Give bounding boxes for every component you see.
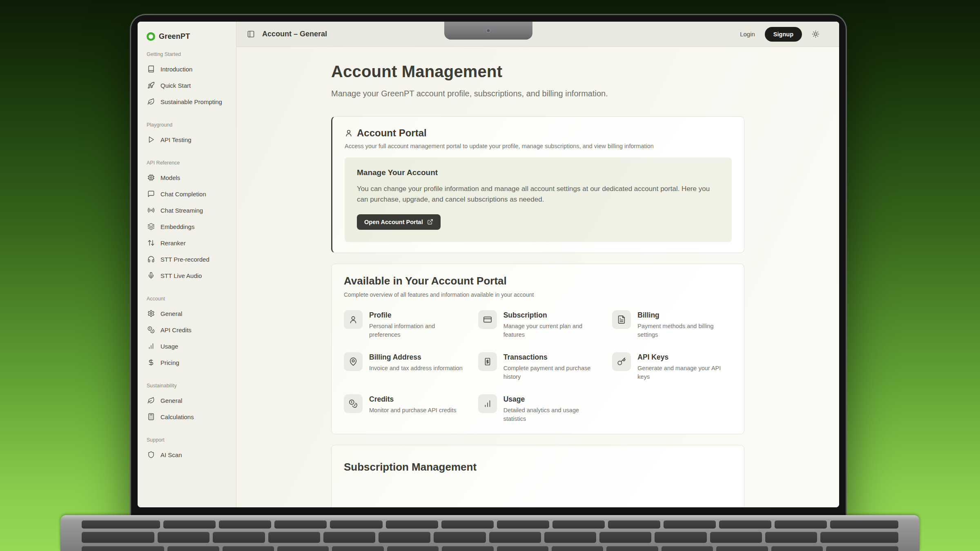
keyboard-key	[167, 546, 219, 551]
sidebar-item-chat-streaming[interactable]: Chat Streaming	[146, 202, 228, 218]
sidebar-item-label: Embeddings	[160, 223, 194, 230]
sidebar-item-label: Models	[160, 174, 180, 181]
sidebar-item-label: Calculations	[160, 413, 194, 420]
sidebar-item-label: Quick Start	[160, 82, 191, 89]
keyboard-key	[775, 520, 827, 529]
feature-title: Profile	[369, 311, 463, 320]
sidebar-item-sustainable-prompting[interactable]: Sustainable Prompting	[146, 93, 228, 110]
sidebar-item-general[interactable]: General	[146, 392, 228, 409]
bar-chart-icon	[147, 342, 155, 350]
keyboard-key	[489, 532, 541, 543]
map-pin-icon	[344, 352, 363, 371]
sidebar-item-stt-live-audio[interactable]: STT Live Audio	[146, 267, 228, 284]
keyboard-key	[765, 532, 817, 543]
subscription-management-card: Subscription Management	[331, 445, 744, 507]
keyboard-key	[330, 520, 382, 529]
laptop: GreenPT Getting StartedIntroductionQuick…	[130, 14, 847, 527]
brand-logo[interactable]: GreenPT	[147, 32, 228, 41]
coins-icon	[147, 326, 155, 333]
laptop-screen: GreenPT Getting StartedIntroductionQuick…	[138, 22, 839, 507]
sidebar-nav: Getting StartedIntroductionQuick StartSu…	[146, 51, 228, 463]
keyboard-key	[552, 520, 605, 529]
sidebar-item-introduction[interactable]: Introduction	[146, 61, 228, 77]
sidebar-section-title: Support	[147, 437, 227, 443]
keyboard-key	[323, 532, 375, 543]
sidebar-item-api-testing[interactable]: API Testing	[146, 131, 228, 148]
login-link[interactable]: Login	[740, 31, 755, 38]
audio-file-icon	[147, 256, 155, 263]
page-subtitle: Manage your GreenPT account profile, sub…	[331, 89, 744, 98]
chip-icon	[147, 174, 155, 181]
credit-card-icon	[478, 310, 497, 329]
keyboard-key	[662, 546, 713, 551]
topbar-title: Account – General	[262, 30, 327, 38]
page-content: Account Management Manage your GreenPT a…	[236, 47, 839, 507]
features-grid: ProfilePersonal information and preferen…	[344, 310, 732, 423]
play-icon	[147, 136, 155, 143]
features-card-title: Available in Your Account Portal	[344, 275, 732, 287]
sidebar-item-label: General	[160, 397, 182, 404]
chat-icon	[147, 190, 155, 198]
keyboard-keys	[60, 515, 920, 551]
topbar: Account – General Login Signup	[236, 22, 839, 47]
keyboard-key	[710, 532, 762, 543]
sidebar-item-embeddings[interactable]: Embeddings	[146, 218, 228, 235]
sidebar-item-label: Chat Streaming	[160, 207, 203, 214]
keyboard-key	[82, 520, 160, 529]
keyboard-key	[386, 520, 438, 529]
shield-icon	[147, 451, 155, 458]
sidebar-toggle-icon[interactable]	[247, 30, 255, 38]
brand-logo-icon	[147, 32, 155, 41]
sidebar-section-getting-started: Getting StartedIntroductionQuick StartSu…	[146, 51, 228, 110]
sidebar-item-api-credits[interactable]: API Credits	[146, 322, 228, 338]
receipt-icon	[478, 352, 497, 371]
feature-title: Credits	[369, 395, 457, 404]
account-portal-card: Account Portal Access your full account …	[331, 116, 744, 253]
signup-button[interactable]: Signup	[765, 27, 802, 42]
sidebar-item-models[interactable]: Models	[146, 169, 228, 186]
feature-description: Generate and manage your API keys	[637, 364, 732, 381]
sidebar-item-usage[interactable]: Usage	[146, 338, 228, 354]
open-account-portal-button[interactable]: Open Account Portal	[357, 214, 441, 230]
feature-subscription: SubscriptionManage your current plan and…	[478, 310, 598, 339]
main-column: Account – General Login Signup Account M…	[236, 22, 839, 507]
sidebar-item-general[interactable]: General	[146, 305, 228, 322]
sidebar-item-label: STT Pre-recorded	[160, 256, 209, 263]
keyboard-key	[213, 532, 265, 543]
feature-description: Monitor and purchase API credits	[369, 406, 457, 415]
sidebar-item-ai-scan[interactable]: AI Scan	[146, 447, 228, 463]
sidebar-item-quick-start[interactable]: Quick Start	[146, 77, 228, 93]
sidebar-section-sustainability: SustainabilityGeneralCalculations	[146, 383, 228, 425]
feature-billing: BillingPayment methods and billing setti…	[612, 310, 732, 339]
keyboard-key	[223, 546, 274, 551]
laptop-keyboard	[60, 515, 920, 551]
sidebar-item-label: Usage	[160, 343, 178, 350]
sidebar-item-reranker[interactable]: Reranker	[146, 235, 228, 251]
sidebar-item-chat-completion[interactable]: Chat Completion	[146, 186, 228, 202]
broadcast-icon	[147, 207, 155, 214]
sidebar-item-pricing[interactable]: Pricing	[146, 354, 228, 371]
keyboard-key	[599, 532, 651, 543]
sidebar-section-title: Getting Started	[147, 51, 227, 57]
sidebar-section-playground: PlaygroundAPI Testing	[146, 122, 228, 148]
keyboard-key	[82, 532, 154, 543]
keyboard-key	[655, 532, 706, 543]
leaf-icon	[147, 397, 155, 404]
sidebar-item-stt-pre-recorded[interactable]: STT Pre-recorded	[146, 251, 228, 267]
brand-name: GreenPT	[159, 32, 190, 41]
sidebar-section-title: Sustainability	[147, 383, 227, 389]
sidebar-section-title: Playground	[147, 122, 227, 128]
sidebar-section-account: AccountGeneralAPI CreditsUsagePricing	[146, 296, 228, 371]
sidebar-item-label: Pricing	[160, 359, 179, 366]
sidebar-section-api-reference: API ReferenceModelsChat CompletionChat S…	[146, 160, 228, 284]
sidebar-item-calculations[interactable]: Calculations	[146, 409, 228, 425]
feature-title: Usage	[503, 395, 598, 404]
sidebar-section-title: Account	[147, 296, 227, 302]
sidebar: GreenPT Getting StartedIntroductionQuick…	[138, 22, 236, 507]
arrows-up-down-icon	[147, 239, 155, 247]
sidebar-section-title: API Reference	[147, 160, 227, 166]
dollar-icon	[147, 359, 155, 366]
feature-title: Billing Address	[369, 353, 463, 362]
theme-toggle-sun-icon[interactable]	[812, 30, 820, 38]
keyboard-key	[332, 546, 383, 551]
